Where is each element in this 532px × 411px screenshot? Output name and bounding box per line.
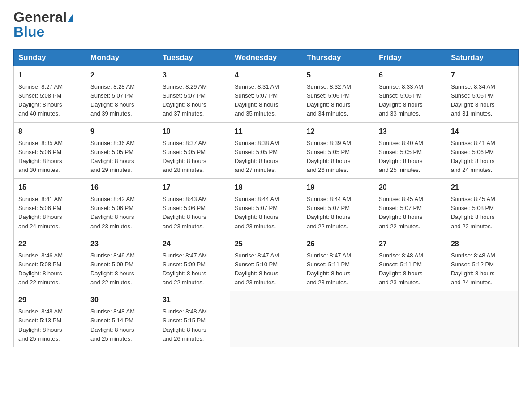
day-info: Sunrise: 8:48 AMSunset: 5:11 PMDaylight:…	[379, 251, 442, 287]
calendar-day-cell: 4Sunrise: 8:31 AMSunset: 5:07 PMDaylight…	[230, 66, 302, 123]
day-number: 19	[307, 182, 369, 193]
day-number: 18	[235, 182, 297, 193]
calendar-day-cell: 18Sunrise: 8:44 AMSunset: 5:07 PMDayligh…	[230, 179, 302, 235]
calendar-day-cell: 13Sunrise: 8:40 AMSunset: 5:05 PMDayligh…	[374, 122, 446, 179]
day-number: 4	[235, 70, 297, 81]
calendar-day-cell: 12Sunrise: 8:39 AMSunset: 5:05 PMDayligh…	[302, 122, 374, 179]
day-info: Sunrise: 8:32 AMSunset: 5:06 PMDaylight:…	[307, 82, 369, 119]
day-info: Sunrise: 8:44 AMSunset: 5:07 PMDaylight:…	[235, 195, 297, 231]
calendar-table: SundayMondayTuesdayWednesdayThursdayFrid…	[13, 49, 519, 347]
day-number: 30	[90, 295, 153, 305]
day-number: 25	[235, 239, 297, 249]
calendar-day-cell: 5Sunrise: 8:32 AMSunset: 5:06 PMDaylight…	[302, 66, 374, 123]
calendar-day-cell: 11Sunrise: 8:38 AMSunset: 5:05 PMDayligh…	[230, 122, 302, 179]
day-of-week-header: Tuesday	[158, 50, 230, 66]
day-of-week-header: Friday	[374, 50, 446, 66]
day-number: 17	[163, 182, 225, 193]
calendar-week-row: 8Sunrise: 8:35 AMSunset: 5:06 PMDaylight…	[14, 122, 519, 179]
calendar-day-cell: 6Sunrise: 8:33 AMSunset: 5:06 PMDaylight…	[374, 66, 446, 123]
day-info: Sunrise: 8:48 AMSunset: 5:14 PMDaylight:…	[90, 307, 153, 343]
logo-blue-text: Blue	[13, 24, 44, 40]
day-number: 1	[18, 70, 81, 81]
day-info: Sunrise: 8:31 AMSunset: 5:07 PMDaylight:…	[235, 82, 297, 119]
calendar-day-cell: 29Sunrise: 8:48 AMSunset: 5:13 PMDayligh…	[14, 291, 86, 347]
day-number: 15	[18, 182, 81, 193]
day-number: 12	[307, 126, 369, 137]
calendar-day-cell: 23Sunrise: 8:46 AMSunset: 5:09 PMDayligh…	[86, 235, 158, 291]
calendar-day-cell	[446, 291, 518, 347]
day-number: 28	[451, 239, 514, 249]
calendar-day-cell	[374, 291, 446, 347]
day-number: 8	[18, 126, 81, 137]
page-header: General Blue	[13, 9, 519, 40]
day-info: Sunrise: 8:40 AMSunset: 5:05 PMDaylight:…	[379, 139, 442, 175]
day-number: 13	[379, 126, 442, 137]
day-number: 27	[379, 239, 442, 249]
day-number: 7	[451, 70, 514, 81]
calendar-day-cell: 30Sunrise: 8:48 AMSunset: 5:14 PMDayligh…	[86, 291, 158, 347]
day-number: 22	[18, 239, 81, 249]
day-number: 9	[90, 126, 153, 137]
day-info: Sunrise: 8:43 AMSunset: 5:06 PMDaylight:…	[163, 195, 225, 231]
day-number: 20	[379, 182, 442, 193]
calendar-week-row: 29Sunrise: 8:48 AMSunset: 5:13 PMDayligh…	[14, 291, 519, 347]
day-info: Sunrise: 8:48 AMSunset: 5:15 PMDaylight:…	[163, 307, 225, 343]
day-of-week-header: Saturday	[446, 50, 518, 66]
day-number: 29	[18, 295, 81, 305]
day-info: Sunrise: 8:38 AMSunset: 5:05 PMDaylight:…	[235, 139, 297, 175]
calendar-day-cell: 15Sunrise: 8:41 AMSunset: 5:06 PMDayligh…	[14, 179, 86, 235]
calendar-day-cell: 9Sunrise: 8:36 AMSunset: 5:05 PMDaylight…	[86, 122, 158, 179]
day-number: 31	[163, 295, 225, 305]
logo-triangle-icon	[68, 13, 73, 22]
calendar-day-cell: 26Sunrise: 8:47 AMSunset: 5:11 PMDayligh…	[302, 235, 374, 291]
day-info: Sunrise: 8:48 AMSunset: 5:12 PMDaylight:…	[451, 251, 514, 287]
day-number: 3	[163, 70, 225, 81]
calendar-day-cell	[230, 291, 302, 347]
day-number: 24	[163, 239, 225, 249]
day-info: Sunrise: 8:41 AMSunset: 5:06 PMDaylight:…	[451, 139, 514, 175]
calendar-day-cell: 27Sunrise: 8:48 AMSunset: 5:11 PMDayligh…	[374, 235, 446, 291]
day-number: 16	[90, 182, 153, 193]
day-number: 26	[307, 239, 369, 249]
day-info: Sunrise: 8:41 AMSunset: 5:06 PMDaylight:…	[18, 195, 81, 231]
calendar-day-cell: 17Sunrise: 8:43 AMSunset: 5:06 PMDayligh…	[158, 179, 230, 235]
day-info: Sunrise: 8:47 AMSunset: 5:10 PMDaylight:…	[235, 251, 297, 287]
day-number: 21	[451, 182, 514, 193]
day-info: Sunrise: 8:45 AMSunset: 5:08 PMDaylight:…	[451, 195, 514, 231]
day-of-week-header: Sunday	[14, 50, 86, 66]
day-info: Sunrise: 8:45 AMSunset: 5:07 PMDaylight:…	[379, 195, 442, 231]
calendar-week-row: 15Sunrise: 8:41 AMSunset: 5:06 PMDayligh…	[14, 179, 519, 235]
logo: General Blue	[13, 9, 73, 40]
day-info: Sunrise: 8:34 AMSunset: 5:06 PMDaylight:…	[451, 82, 514, 119]
day-of-week-header: Monday	[86, 50, 158, 66]
calendar-day-cell: 1Sunrise: 8:27 AMSunset: 5:08 PMDaylight…	[14, 66, 86, 123]
calendar-day-cell: 16Sunrise: 8:42 AMSunset: 5:06 PMDayligh…	[86, 179, 158, 235]
calendar-day-cell: 21Sunrise: 8:45 AMSunset: 5:08 PMDayligh…	[446, 179, 518, 235]
calendar-day-cell: 31Sunrise: 8:48 AMSunset: 5:15 PMDayligh…	[158, 291, 230, 347]
day-info: Sunrise: 8:48 AMSunset: 5:13 PMDaylight:…	[18, 307, 81, 343]
day-info: Sunrise: 8:33 AMSunset: 5:06 PMDaylight:…	[379, 82, 442, 119]
day-info: Sunrise: 8:44 AMSunset: 5:07 PMDaylight:…	[307, 195, 369, 231]
day-number: 10	[163, 126, 225, 137]
calendar-day-cell: 24Sunrise: 8:47 AMSunset: 5:09 PMDayligh…	[158, 235, 230, 291]
day-number: 11	[235, 126, 297, 137]
calendar-day-cell: 25Sunrise: 8:47 AMSunset: 5:10 PMDayligh…	[230, 235, 302, 291]
calendar-day-cell: 2Sunrise: 8:28 AMSunset: 5:07 PMDaylight…	[86, 66, 158, 123]
calendar-day-cell: 22Sunrise: 8:46 AMSunset: 5:08 PMDayligh…	[14, 235, 86, 291]
day-info: Sunrise: 8:29 AMSunset: 5:07 PMDaylight:…	[163, 82, 225, 119]
day-of-week-header: Wednesday	[230, 50, 302, 66]
day-info: Sunrise: 8:28 AMSunset: 5:07 PMDaylight:…	[90, 82, 153, 119]
day-of-week-header: Thursday	[302, 50, 374, 66]
calendar-header-row: SundayMondayTuesdayWednesdayThursdayFrid…	[14, 50, 519, 66]
day-number: 2	[90, 70, 153, 81]
calendar-day-cell: 8Sunrise: 8:35 AMSunset: 5:06 PMDaylight…	[14, 122, 86, 179]
day-info: Sunrise: 8:46 AMSunset: 5:08 PMDaylight:…	[18, 251, 81, 287]
day-info: Sunrise: 8:36 AMSunset: 5:05 PMDaylight:…	[90, 139, 153, 175]
day-info: Sunrise: 8:27 AMSunset: 5:08 PMDaylight:…	[18, 82, 81, 119]
day-number: 6	[379, 70, 442, 81]
day-info: Sunrise: 8:35 AMSunset: 5:06 PMDaylight:…	[18, 139, 81, 175]
day-info: Sunrise: 8:47 AMSunset: 5:11 PMDaylight:…	[307, 251, 369, 287]
day-info: Sunrise: 8:47 AMSunset: 5:09 PMDaylight:…	[163, 251, 225, 287]
calendar-day-cell: 20Sunrise: 8:45 AMSunset: 5:07 PMDayligh…	[374, 179, 446, 235]
calendar-week-row: 1Sunrise: 8:27 AMSunset: 5:08 PMDaylight…	[14, 66, 519, 123]
